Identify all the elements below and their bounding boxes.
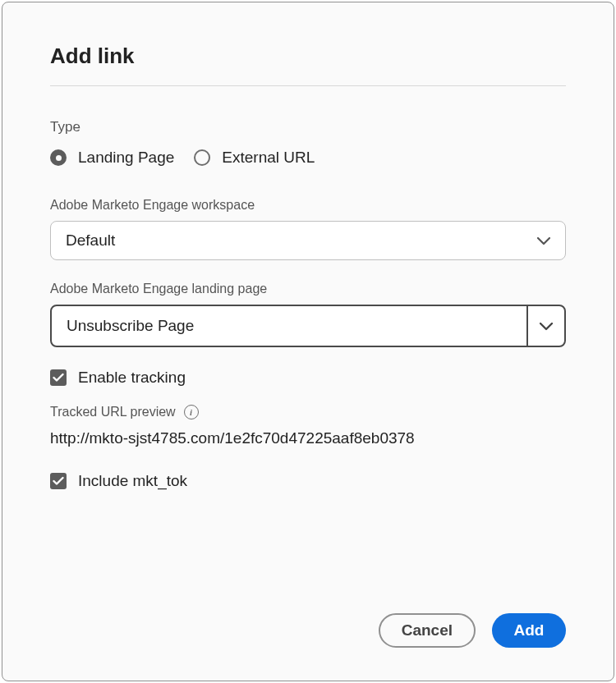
add-button[interactable]: Add <box>492 613 566 648</box>
tracked-url-preview-row: Tracked URL preview i <box>50 405 566 419</box>
enable-tracking-label: Enable tracking <box>78 369 186 387</box>
info-icon[interactable]: i <box>184 405 199 419</box>
cancel-button[interactable]: Cancel <box>379 613 476 648</box>
enable-tracking-checkbox[interactable]: Enable tracking <box>50 369 566 387</box>
chevron-section <box>526 306 553 346</box>
radio-unselected-icon <box>194 149 210 166</box>
divider <box>50 85 566 86</box>
include-mkt-tok-checkbox[interactable]: Include mkt_tok <box>50 472 566 490</box>
chevron-down-icon <box>537 231 550 250</box>
landing-page-label: Adobe Marketo Engage landing page <box>50 282 566 296</box>
checkbox-checked-icon <box>50 473 67 489</box>
workspace-field: Adobe Marketo Engage workspace Default <box>50 198 566 260</box>
type-radio-group: Landing Page External URL <box>50 149 566 167</box>
type-label: Type <box>50 119 566 135</box>
checkbox-checked-icon <box>50 369 67 386</box>
radio-label-landing: Landing Page <box>78 149 174 167</box>
add-link-dialog: Add link Type Landing Page External URL … <box>2 2 614 681</box>
tracked-url-preview-label: Tracked URL preview <box>50 405 176 419</box>
include-mkt-tok-label: Include mkt_tok <box>78 472 187 490</box>
landing-page-value: Unsubscribe Page <box>67 317 194 335</box>
radio-landing-page[interactable]: Landing Page <box>50 149 174 167</box>
workspace-label: Adobe Marketo Engage workspace <box>50 198 566 213</box>
dialog-button-row: Cancel Add <box>379 613 566 648</box>
landing-page-select[interactable]: Unsubscribe Page <box>50 305 566 347</box>
radio-label-external: External URL <box>222 149 315 167</box>
dialog-title: Add link <box>50 44 566 69</box>
radio-selected-icon <box>50 149 67 166</box>
tracked-url-preview-value: http://mkto-sjst4785.com/1e2fc70d47225aa… <box>50 429 566 447</box>
landing-page-field: Adobe Marketo Engage landing page Unsubs… <box>50 282 566 347</box>
chevron-down-icon <box>540 317 553 335</box>
workspace-select[interactable]: Default <box>50 221 566 260</box>
workspace-value: Default <box>66 231 115 250</box>
radio-external-url[interactable]: External URL <box>194 149 315 167</box>
